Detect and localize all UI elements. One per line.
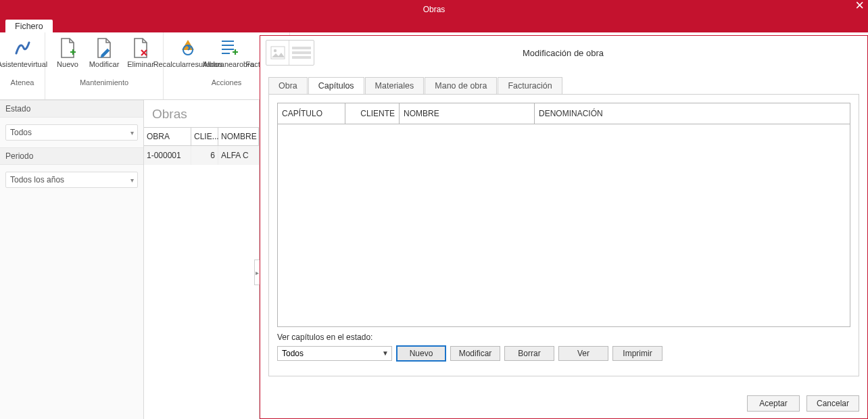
- tab-facturacion[interactable]: Facturación: [498, 77, 562, 95]
- ribbon-group-label: Mantenimiento: [80, 78, 128, 87]
- borrar-cap-button[interactable]: Borrar: [504, 346, 554, 361]
- ribbon-label: Asistente: [0, 60, 28, 69]
- filter-panel: Estado Todos ▾ Periodo Todos los años ▾: [0, 100, 144, 419]
- ver-cap-button[interactable]: Ver: [558, 346, 608, 361]
- titlebar: Obras ×: [0, 0, 868, 18]
- refresh-icon: [177, 36, 199, 59]
- dialog-tabs: Obra Capítulos Materiales Mano de obra F…: [268, 76, 867, 94]
- obras-title: Obras: [152, 107, 259, 122]
- state-filter-select[interactable]: Todos ▼: [277, 346, 392, 361]
- tab-capitulos[interactable]: Capítulos: [308, 77, 364, 95]
- chevron-down-icon: ▼: [382, 349, 389, 357]
- lines-plus-icon: [218, 36, 239, 59]
- dialog-area: Modificación de obra Obra Capítulos Mate…: [260, 100, 868, 419]
- window-title: Obras: [0, 5, 868, 14]
- chevron-down-icon: ▾: [130, 176, 134, 184]
- nuevo-button[interactable]: Nuevo: [49, 35, 86, 78]
- ribbon-label: Eliminar: [127, 60, 154, 69]
- alpha-icon: [11, 36, 33, 59]
- tab-materiales[interactable]: Materiales: [365, 77, 425, 95]
- close-icon[interactable]: ×: [855, 0, 864, 13]
- ribbon-group-atenea: Asistentevirtual Atenea: [0, 32, 45, 99]
- asistente-virtual-button[interactable]: Asistentevirtual: [4, 35, 41, 78]
- nuevo-cap-button[interactable]: Nuevo: [396, 345, 446, 362]
- cell-cliente: 6: [191, 146, 218, 165]
- filter-header-estado: Estado: [0, 100, 143, 118]
- ribbon-group-label: Atenea: [11, 78, 34, 87]
- tab-obra[interactable]: Obra: [268, 77, 308, 95]
- cancelar-button[interactable]: Cancelar: [806, 395, 859, 412]
- chevron-down-icon: ▾: [130, 129, 134, 137]
- ribbon-label: Modificar: [89, 60, 120, 69]
- periodo-value: Todos los años: [10, 175, 64, 184]
- table-row[interactable]: 1-000001 6 ALFA C: [144, 146, 259, 165]
- tab-fichero[interactable]: Fichero: [5, 20, 53, 32]
- tab-mano-de-obra[interactable]: Mano de obra: [425, 77, 497, 95]
- expand-handle[interactable]: ▸: [254, 260, 260, 285]
- new-doc-icon: [57, 36, 78, 59]
- recalcular-button[interactable]: Recalcularresultados: [168, 35, 208, 78]
- ribbon-label: Recalcular: [153, 60, 189, 69]
- estado-value: Todos: [10, 128, 32, 137]
- aceptar-button[interactable]: Aceptar: [747, 395, 800, 412]
- imprimir-cap-button[interactable]: Imprimir: [612, 346, 662, 361]
- periodo-select[interactable]: Todos los años ▾: [5, 172, 138, 188]
- col-obra[interactable]: OBRA: [144, 128, 191, 146]
- ribbon-label: Nuevo: [57, 60, 78, 69]
- modificacion-dialog: Modificación de obra Obra Capítulos Mate…: [260, 35, 868, 419]
- edit-doc-icon: [93, 36, 115, 59]
- dialog-title: Modificación de obra: [314, 48, 861, 58]
- capitulos-grid: CAPÍTULO CLIENTE NOMBRE DENOMINACIÓN: [277, 103, 850, 327]
- image-placeholder-icon[interactable]: [266, 40, 314, 66]
- cell-nombre: ALFA C: [218, 146, 259, 165]
- state-filter-value: Todos: [282, 349, 304, 358]
- delete-doc-icon: [130, 36, 151, 59]
- modificar-cap-button[interactable]: Modificar: [450, 346, 500, 361]
- col-nombre[interactable]: NOMBRE: [400, 103, 535, 124]
- obras-table: OBRA CLIE... NOMBRE 1-000001 6 ALFA C: [144, 127, 259, 165]
- col-nombre[interactable]: NOMBRE: [218, 128, 259, 146]
- estado-select[interactable]: Todos ▾: [5, 124, 138, 141]
- col-denominacion[interactable]: DENOMINACIÓN: [535, 103, 850, 124]
- albaranear-button[interactable]: Albaranearobra: [208, 35, 249, 78]
- modificar-button[interactable]: Modificar: [86, 35, 122, 78]
- svg-point-4: [273, 49, 276, 52]
- state-filter-label: Ver capítulos en el estado:: [277, 332, 850, 342]
- ribbon-label: Albaranear: [203, 60, 239, 69]
- cell-obra: 1-000001: [144, 146, 191, 165]
- ribbon-tabstrip: Fichero: [0, 18, 868, 32]
- ribbon-label: virtual: [28, 60, 47, 69]
- filter-header-periodo: Periodo: [0, 147, 143, 165]
- tab-content-capitulos: CAPÍTULO CLIENTE NOMBRE DENOMINACIÓN Ver…: [268, 94, 859, 376]
- col-cliente[interactable]: CLIE...: [191, 128, 218, 146]
- col-capitulo[interactable]: CAPÍTULO: [278, 103, 345, 124]
- ribbon-group-mantenimiento: Nuevo Modificar Eliminar Mantenimiento: [45, 32, 164, 99]
- obras-list-panel: Obras OBRA CLIE... NOMBRE 1-000001 6 ALF…: [144, 100, 260, 419]
- col-cliente[interactable]: CLIENTE: [345, 103, 400, 124]
- ribbon-group-label: Acciones: [212, 78, 242, 87]
